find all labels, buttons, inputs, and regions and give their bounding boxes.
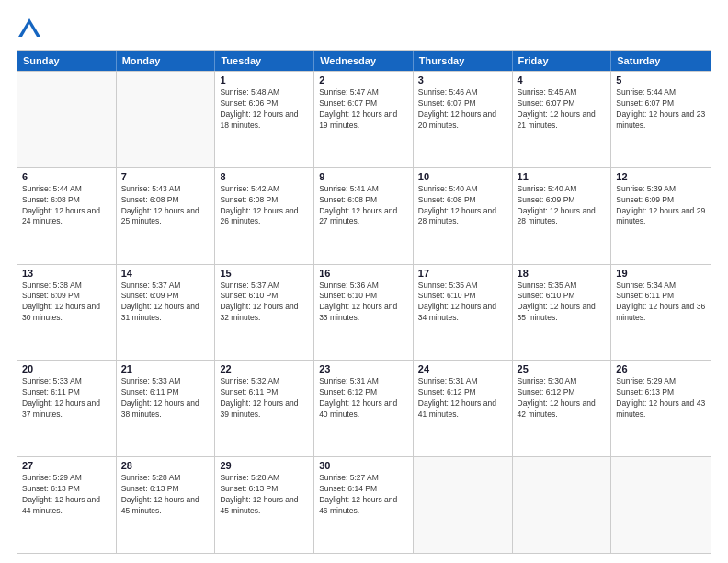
sunset-text: Sunset: 6:13 PM xyxy=(220,484,309,495)
weekday-header: Wednesday xyxy=(314,51,414,71)
daylight-text: Daylight: 12 hours and 20 minutes. xyxy=(418,109,507,132)
sunrise-text: Sunrise: 5:28 AM xyxy=(220,473,309,484)
calendar-cell: 17Sunrise: 5:35 AMSunset: 6:10 PMDayligh… xyxy=(414,265,513,361)
calendar-cell: 14Sunrise: 5:37 AMSunset: 6:09 PMDayligh… xyxy=(117,265,216,361)
sunset-text: Sunset: 6:11 PM xyxy=(121,387,210,398)
sunset-text: Sunset: 6:09 PM xyxy=(616,195,706,206)
daylight-text: Daylight: 12 hours and 39 minutes. xyxy=(220,398,309,420)
sunset-text: Sunset: 6:07 PM xyxy=(616,98,706,109)
sunset-text: Sunset: 6:12 PM xyxy=(518,387,607,398)
sunset-text: Sunset: 6:14 PM xyxy=(319,484,408,495)
sunset-text: Sunset: 6:10 PM xyxy=(220,291,309,302)
sunset-text: Sunset: 6:12 PM xyxy=(319,387,408,398)
day-number: 29 xyxy=(220,460,309,471)
daylight-text: Daylight: 12 hours and 29 minutes. xyxy=(616,206,706,228)
day-number: 4 xyxy=(518,75,607,86)
daylight-text: Daylight: 12 hours and 25 minutes. xyxy=(121,206,210,228)
sunrise-text: Sunrise: 5:44 AM xyxy=(22,184,111,195)
calendar-cell xyxy=(17,72,117,167)
sunrise-text: Sunrise: 5:32 AM xyxy=(220,376,309,387)
day-number: 25 xyxy=(518,363,607,374)
sunrise-text: Sunrise: 5:35 AM xyxy=(418,281,507,292)
day-number: 28 xyxy=(121,460,210,471)
calendar-cell: 5Sunrise: 5:44 AMSunset: 6:07 PMDaylight… xyxy=(611,72,711,167)
daylight-text: Daylight: 12 hours and 27 minutes. xyxy=(319,206,408,228)
sunset-text: Sunset: 6:08 PM xyxy=(121,195,210,206)
day-number: 15 xyxy=(220,268,309,279)
sunset-text: Sunset: 6:12 PM xyxy=(418,387,507,398)
sunset-text: Sunset: 6:13 PM xyxy=(616,387,706,398)
sunset-text: Sunset: 6:13 PM xyxy=(22,484,111,495)
day-number: 12 xyxy=(616,171,706,182)
sunset-text: Sunset: 6:10 PM xyxy=(418,291,507,302)
day-number: 22 xyxy=(220,363,309,374)
sunset-text: Sunset: 6:07 PM xyxy=(319,98,408,109)
calendar-cell: 28Sunrise: 5:28 AMSunset: 6:13 PMDayligh… xyxy=(117,457,216,553)
header xyxy=(17,17,711,42)
day-number: 20 xyxy=(22,363,111,374)
daylight-text: Daylight: 12 hours and 28 minutes. xyxy=(418,206,507,228)
sunset-text: Sunset: 6:11 PM xyxy=(22,387,111,398)
weekday-header: Saturday xyxy=(611,51,711,71)
calendar-header: SundayMondayTuesdayWednesdayThursdayFrid… xyxy=(17,51,711,71)
day-number: 30 xyxy=(319,460,408,471)
calendar-cell: 6Sunrise: 5:44 AMSunset: 6:08 PMDaylight… xyxy=(17,168,117,264)
daylight-text: Daylight: 12 hours and 38 minutes. xyxy=(121,398,210,420)
sunrise-text: Sunrise: 5:44 AM xyxy=(616,87,706,98)
day-number: 5 xyxy=(616,75,706,86)
day-number: 11 xyxy=(518,171,607,182)
sunrise-text: Sunrise: 5:33 AM xyxy=(121,376,210,387)
sunrise-text: Sunrise: 5:35 AM xyxy=(518,281,607,292)
sunrise-text: Sunrise: 5:40 AM xyxy=(518,184,607,195)
sunrise-text: Sunrise: 5:29 AM xyxy=(22,473,111,484)
calendar-cell xyxy=(611,457,711,553)
sunset-text: Sunset: 6:08 PM xyxy=(319,195,408,206)
calendar-cell: 26Sunrise: 5:29 AMSunset: 6:13 PMDayligh… xyxy=(611,361,711,456)
calendar-cell: 10Sunrise: 5:40 AMSunset: 6:08 PMDayligh… xyxy=(414,168,513,264)
weekday-header: Monday xyxy=(117,51,216,71)
daylight-text: Daylight: 12 hours and 32 minutes. xyxy=(220,302,309,324)
day-number: 9 xyxy=(319,171,408,182)
sunset-text: Sunset: 6:11 PM xyxy=(616,291,706,302)
calendar-cell: 4Sunrise: 5:45 AMSunset: 6:07 PMDaylight… xyxy=(513,72,612,167)
daylight-text: Daylight: 12 hours and 24 minutes. xyxy=(22,206,111,228)
sunrise-text: Sunrise: 5:29 AM xyxy=(616,376,706,387)
calendar-cell: 30Sunrise: 5:27 AMSunset: 6:14 PMDayligh… xyxy=(314,457,414,553)
sunrise-text: Sunrise: 5:43 AM xyxy=(121,184,210,195)
weekday-header: Tuesday xyxy=(215,51,314,71)
sunset-text: Sunset: 6:10 PM xyxy=(518,291,607,302)
daylight-text: Daylight: 12 hours and 46 minutes. xyxy=(319,495,408,517)
page: SundayMondayTuesdayWednesdayThursdayFrid… xyxy=(0,0,728,563)
weekday-header: Friday xyxy=(513,51,612,71)
day-number: 2 xyxy=(319,75,408,86)
logo xyxy=(17,17,46,42)
daylight-text: Daylight: 12 hours and 45 minutes. xyxy=(121,495,210,517)
daylight-text: Daylight: 12 hours and 18 minutes. xyxy=(220,109,309,132)
sunset-text: Sunset: 6:07 PM xyxy=(518,98,607,109)
weekday-header: Sunday xyxy=(17,51,117,71)
sunset-text: Sunset: 6:07 PM xyxy=(418,98,507,109)
day-number: 27 xyxy=(22,460,111,471)
sunset-text: Sunset: 6:06 PM xyxy=(220,98,309,109)
sunrise-text: Sunrise: 5:42 AM xyxy=(220,184,309,195)
daylight-text: Daylight: 12 hours and 41 minutes. xyxy=(418,398,507,420)
weekday-header: Thursday xyxy=(414,51,513,71)
daylight-text: Daylight: 12 hours and 26 minutes. xyxy=(220,206,309,228)
sunrise-text: Sunrise: 5:34 AM xyxy=(616,281,706,292)
calendar-cell: 9Sunrise: 5:41 AMSunset: 6:08 PMDaylight… xyxy=(314,168,414,264)
daylight-text: Daylight: 12 hours and 44 minutes. xyxy=(22,495,111,517)
sunset-text: Sunset: 6:13 PM xyxy=(121,484,210,495)
calendar-row: 6Sunrise: 5:44 AMSunset: 6:08 PMDaylight… xyxy=(17,167,711,264)
sunset-text: Sunset: 6:09 PM xyxy=(22,291,111,302)
sunrise-text: Sunrise: 5:36 AM xyxy=(319,281,408,292)
sunset-text: Sunset: 6:08 PM xyxy=(418,195,507,206)
calendar-cell xyxy=(513,457,612,553)
calendar-row: 20Sunrise: 5:33 AMSunset: 6:11 PMDayligh… xyxy=(17,360,711,456)
sunrise-text: Sunrise: 5:28 AM xyxy=(121,473,210,484)
daylight-text: Daylight: 12 hours and 28 minutes. xyxy=(518,206,607,228)
daylight-text: Daylight: 12 hours and 37 minutes. xyxy=(22,398,111,420)
daylight-text: Daylight: 12 hours and 40 minutes. xyxy=(319,398,408,420)
sunset-text: Sunset: 6:08 PM xyxy=(220,195,309,206)
daylight-text: Daylight: 12 hours and 19 minutes. xyxy=(319,109,408,132)
daylight-text: Daylight: 12 hours and 42 minutes. xyxy=(518,398,607,420)
